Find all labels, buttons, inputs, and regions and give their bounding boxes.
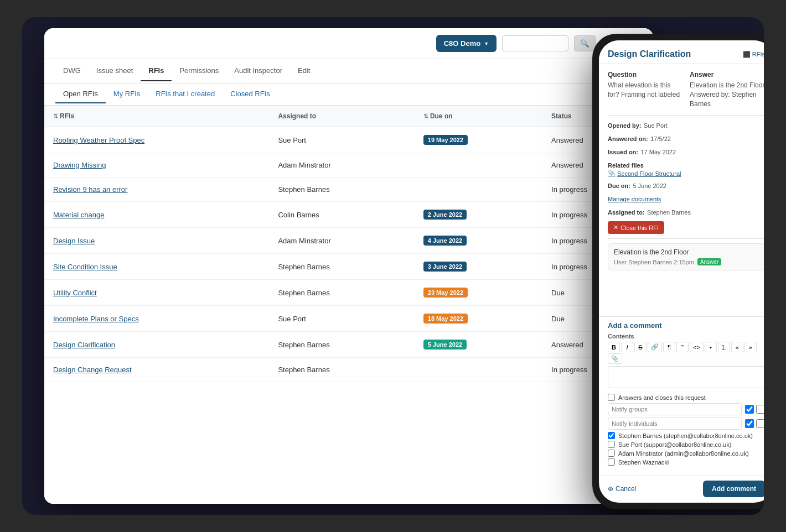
demo-button[interactable]: C8O Demo [436,35,497,52]
toolbar-indent-in[interactable]: » [744,342,757,352]
tab-rfis[interactable]: RFIs [141,61,172,81]
toolbar-quote[interactable]: " [676,342,689,352]
notify-groups-check1[interactable] [745,405,754,414]
notify-individuals-check2[interactable] [756,419,764,428]
rfi-icon: ⬛ [743,51,751,58]
rfi-name-link[interactable]: Utility Conflict [53,289,97,297]
toolbar-bold[interactable]: B [608,342,620,352]
tab-edit[interactable]: Edit [290,61,318,81]
table-row: Utility ConflictStephen Barnes23 May 202… [44,280,653,306]
issued-on-value: 17 May 2022 [640,149,676,155]
search-button[interactable]: 🔍 [574,35,596,51]
toolbar-code[interactable]: <> [690,342,704,352]
toolbar-strike[interactable]: S [634,342,647,352]
assigned-to-row: Assigned to: Stephen Barnes [608,207,764,217]
notify-individuals-input[interactable] [608,418,742,430]
rfi-name-link[interactable]: Incomplete Plans or Specs [53,315,139,323]
tab-issue-sheet[interactable]: Issue sheet [89,61,141,81]
due-on-cell: 2 June 2022 [415,202,542,228]
toolbar-link[interactable]: 🔗 [648,342,662,352]
rfi-name-link[interactable]: Material change [53,211,105,219]
due-on-cell: 19 May 2022 [415,127,542,153]
comment-meta: User Stephen Barnes 2:15pm Answer [614,258,759,265]
phone-rfi-link[interactable]: ⬛ RFIs [743,51,764,58]
toolbar-ul[interactable]: • [705,342,717,352]
person-name: Adam Minstrator (admin@collabor8online.c… [618,450,749,457]
rfi-name-cell: Roofing Weather Proof Spec [44,127,269,153]
notify-individuals-icons [745,419,764,428]
cancel-icon: ⊕ [608,485,613,493]
tab-audit-inspector[interactable]: Audit Inspector [226,61,290,81]
close-icon: ✕ [613,224,618,231]
due-on-cell [415,358,542,382]
close-rfi-button[interactable]: ✕ Close this RFI [608,221,664,234]
toolbar-attach[interactable]: 📎 [608,353,622,364]
tab-permissions[interactable]: Permissions [172,61,226,81]
qa-grid: Question What elevation is this for? Fra… [608,71,764,108]
rfi-name-link[interactable]: Design Issue [53,237,95,245]
answer-text: Elevation is the 2nd Floor [690,81,764,90]
assigned-to-cell: Stephen Barnes [269,358,414,382]
people-list: Stephen Barnes (stephen@collabor8online.… [608,432,764,466]
search-icon: 🔍 [580,39,590,48]
person-checkbox[interactable] [608,458,615,466]
sub-tabs-left: Open RFIs My RFIs RFIs that I created Cl… [55,85,278,103]
tab-dwg[interactable]: DWG [55,61,89,81]
person-checkbox[interactable] [608,450,615,457]
notify-groups-check2[interactable] [756,405,764,414]
sub-tabs: Open RFIs My RFIs RFIs that I created Cl… [44,84,653,106]
answered-on-label: Answered on: [608,135,648,142]
answer-tag: Answer [697,258,721,265]
rfi-table-container: RFIs Assigned to Due on Status Roofing W… [44,106,653,504]
toolbar-indent-out[interactable]: « [731,342,743,352]
assigned-to-cell: Stephen Barnes [269,332,414,358]
answered-on-row: Answered on: 17/5/22 [608,133,764,143]
person-row: Stephen Waznacki [608,458,764,466]
notify-individuals-check1[interactable] [745,419,754,428]
sub-tab-open-rfis[interactable]: Open RFIs [55,85,106,103]
sub-tab-rfis-i-created[interactable]: RFIs that I created [148,85,223,103]
opened-by-row: Opened by: Sue Port [608,120,764,130]
cancel-link[interactable]: ⊕ Cancel [608,485,636,493]
table-row: Site Condition IssueStephen Barnes3 June… [44,254,653,280]
col-due-on[interactable]: Due on [415,106,542,127]
comment-input[interactable] [608,366,764,388]
related-files-row: Related files 📎 Second Floor Structural [608,160,764,177]
person-checkbox[interactable] [608,441,615,448]
toolbar-italic[interactable]: I [621,342,633,352]
toolbar-para[interactable]: ¶ [663,342,675,352]
answered-by-label: Answered by: [690,91,730,98]
sub-tab-my-rfis[interactable]: My RFIs [106,85,148,103]
answer-section: Answer Elevation is the 2nd Floor Answer… [690,71,764,108]
assigned-to-cell: Colin Barnes [269,202,414,228]
rfi-name-link[interactable]: Design Change Request [53,366,132,374]
notify-groups-input[interactable] [608,403,742,415]
due-on-row: Due on: 5 June 2022 [608,180,764,190]
comment-text: Elevation is the 2nd Floor [614,248,759,256]
manage-docs-link[interactable]: Manage documents [608,196,661,202]
due-on-cell: 18 May 2022 [415,306,542,332]
person-row: Sue Port (support@collabor8online.co.uk) [608,441,764,448]
manage-docs-row: Manage documents [608,194,764,204]
answers-closes-checkbox[interactable] [608,394,615,401]
rfi-name-link[interactable]: Drawing Missing [53,161,106,169]
search-input[interactable] [502,35,568,51]
rfi-name-link[interactable]: Site Condition Issue [53,263,117,271]
rfi-name-link[interactable]: Design Clarification [53,341,115,349]
add-comment-button[interactable]: Add comment [703,481,764,497]
col-rfis[interactable]: RFIs [44,106,269,127]
toolbar-ol[interactable]: 1. [718,342,730,352]
opened-by-value: Sue Port [644,122,668,129]
answer-label: Answer [690,71,764,79]
related-file-link[interactable]: 📎 Second Floor Structural [608,170,764,177]
assigned-to-cell: Sue Port [269,306,414,332]
rfi-name-link[interactable]: Roofing Weather Proof Spec [53,136,144,144]
table-row: Design IssueAdam Minstrator4 June 2022In… [44,228,653,254]
sub-tab-closed-rfis[interactable]: Closed RFIs [223,85,278,103]
assigned-to-cell: Stephen Barnes [269,178,414,202]
rfi-name-link[interactable]: Revision 9 has an error [53,185,127,194]
person-checkbox[interactable] [608,432,615,439]
table-row: Design Change RequestStephen BarnesIn pr… [44,358,653,382]
answers-closes-label: Answers and closes this request [618,394,706,401]
add-comment-title: Add a comment [608,321,764,330]
